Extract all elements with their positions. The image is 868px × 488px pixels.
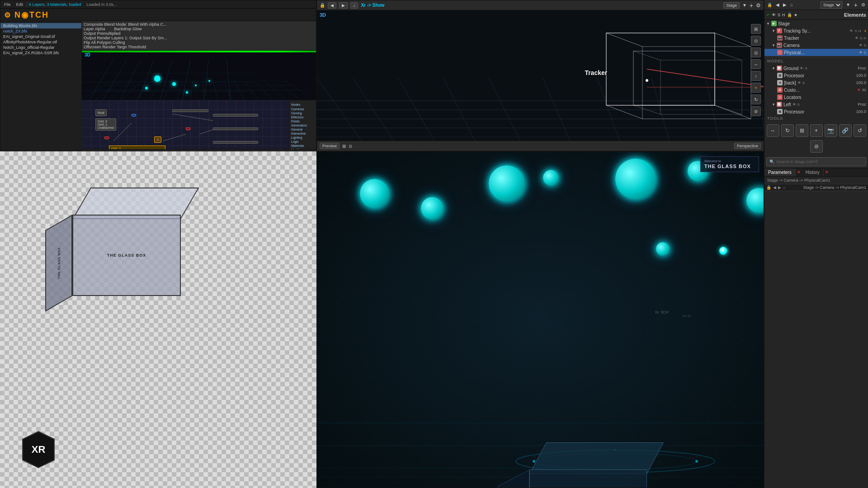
file-item[interactable]: AffinityPhotoMove-Regular.otf bbox=[0, 39, 81, 45]
menu-edit[interactable]: Edit bbox=[14, 2, 25, 7]
tree-processor[interactable]: ▣ Processor 100.0 bbox=[764, 72, 868, 79]
node-modifiers[interactable]: Modifiers bbox=[290, 148, 315, 150]
settings-icon[interactable]: ⚙ bbox=[756, 2, 761, 9]
nav-home-2[interactable]: ⌂ bbox=[783, 185, 785, 190]
eye-back[interactable]: 👁 bbox=[797, 81, 801, 85]
tree-left-processor[interactable]: ▣ Processor 100.0 bbox=[764, 108, 868, 115]
eye-ground[interactable]: 👁 bbox=[800, 66, 803, 70]
nav-home[interactable]: ⌂ bbox=[790, 2, 793, 7]
node-materials[interactable]: Materials bbox=[290, 144, 315, 148]
close-history[interactable]: ✕ bbox=[824, 169, 830, 176]
tool-filter[interactable]: ⊘ bbox=[810, 140, 823, 153]
tree-tracking[interactable]: ▼ 🎯 Tracking Sy... 👁 S H 4 bbox=[764, 27, 868, 34]
tool-link[interactable]: 🔗 bbox=[839, 124, 852, 137]
node-generators[interactable]: Generators bbox=[290, 123, 315, 127]
node-box-blue[interactable] bbox=[132, 114, 136, 117]
svg-line-6 bbox=[204, 60, 208, 100]
node-box-gray-2[interactable] bbox=[213, 127, 258, 130]
add-element-btn[interactable]: + bbox=[854, 1, 858, 9]
nav-back[interactable]: ◀ bbox=[776, 2, 779, 7]
file-item[interactable]: EAI_signet_Original-Small.tif bbox=[0, 34, 81, 39]
tool-btn-4[interactable]: ↔ bbox=[751, 59, 761, 69]
add-icon[interactable]: + bbox=[750, 2, 753, 9]
notch-timestamp: N4-3K bbox=[682, 314, 691, 318]
node-box-red[interactable] bbox=[104, 136, 109, 139]
tree-back[interactable]: ◈ [back] 👁 S 100.0 bbox=[764, 79, 868, 86]
node-box[interactable]: Nod bbox=[95, 109, 107, 116]
xr-text: XR bbox=[32, 444, 46, 455]
eye-tracker[interactable]: 👁 bbox=[855, 36, 859, 40]
toolbar-back-btn[interactable]: ◀ bbox=[328, 2, 336, 9]
tool-btn-1[interactable]: ⊞ bbox=[751, 24, 761, 34]
eye-all[interactable]: 👁 bbox=[772, 13, 776, 17]
tree-left[interactable]: ▼ ⬜ Left 👁 S Proc bbox=[764, 101, 868, 108]
tree-physical[interactable]: ⬡ Physical... 👁 S bbox=[764, 49, 868, 56]
node-effectors[interactable]: Effectors bbox=[290, 115, 315, 119]
tab-parameters[interactable]: Parameters bbox=[764, 169, 796, 176]
node-box[interactable]: Grid: 3Grid: 1Unattached bbox=[95, 118, 116, 131]
node-box-gray-3[interactable] bbox=[213, 141, 258, 144]
node-fields[interactable]: Fields bbox=[290, 119, 315, 123]
nav-back-2[interactable]: ◀ bbox=[773, 185, 776, 190]
node-tooltip: Grid: 3Bounded_BoxDev: Probe, LightingAf… bbox=[109, 145, 165, 150]
node-cameras[interactable]: Cameras bbox=[290, 107, 315, 111]
tree-locators[interactable]: ◎ Locators bbox=[764, 94, 868, 101]
tree-custom[interactable]: ⊠ Custo... ✕ Xr bbox=[764, 86, 868, 94]
settings-btn[interactable]: ⚙ bbox=[861, 2, 865, 7]
stage-dropdown[interactable]: Stage bbox=[723, 2, 740, 9]
perspective-btn[interactable]: Perspective bbox=[734, 143, 761, 149]
tool-btn-3[interactable]: ◎ bbox=[751, 47, 761, 57]
file-item[interactable]: Notch_Logo_official-Regular bbox=[0, 45, 81, 50]
file-item[interactable]: EAI_signal_ZX.RGBA-SSR.bfx bbox=[0, 50, 81, 56]
eye-physical[interactable]: 👁 bbox=[859, 51, 863, 55]
node-interactive[interactable]: Interactive bbox=[290, 131, 315, 136]
tool-refresh[interactable]: ↺ bbox=[854, 124, 866, 137]
tool-btn-2[interactable]: ⊙ bbox=[751, 36, 761, 46]
file-item[interactable]: notch_ZX.bfx bbox=[0, 28, 81, 34]
close-custom[interactable]: ✕ bbox=[857, 88, 861, 92]
nav-fwd-2[interactable]: ▶ bbox=[778, 185, 781, 190]
nav-forward[interactable]: ▶ bbox=[783, 2, 787, 7]
viewport-3d-main[interactable]: 3D bbox=[317, 10, 764, 141]
tool-btn-7[interactable]: ⊘ bbox=[751, 106, 761, 116]
file-item[interactable]: Building Blocks.bfx bbox=[0, 23, 81, 28]
tool-add[interactable]: + bbox=[810, 124, 823, 137]
star-all[interactable]: ★ bbox=[794, 13, 797, 17]
search-bar[interactable]: 🔍 Search in Stage (ctrl+f) bbox=[766, 157, 866, 166]
tool-btn-6[interactable]: ↻ bbox=[751, 94, 761, 104]
node-graph-panel[interactable]: Nod Grid: 3Grid: 1Unattached ⚠ Grid: 3Bo… bbox=[82, 100, 316, 150]
tool-btn-add[interactable]: + bbox=[751, 83, 761, 93]
node-box-wide[interactable] bbox=[172, 109, 208, 112]
s-ground: S bbox=[805, 66, 807, 70]
tool-camera[interactable]: 📷 bbox=[825, 124, 837, 137]
stage-expand[interactable]: ▼ bbox=[846, 2, 850, 7]
tool-scale[interactable]: ⊞ bbox=[796, 124, 808, 137]
tree-ground[interactable]: ▼ ⬜ Ground 👁 S Proc bbox=[764, 65, 868, 72]
left-processor-value: 100.0 bbox=[856, 109, 866, 114]
preview-btn[interactable]: Preview bbox=[320, 143, 340, 149]
tab-history[interactable]: History bbox=[802, 169, 824, 176]
toolbar-forward-btn[interactable]: ▶ bbox=[339, 2, 348, 9]
tree-stage[interactable]: ▼ ▶ Stage bbox=[764, 20, 868, 27]
node-box-gray[interactable] bbox=[213, 114, 258, 117]
camera-label: Camera bbox=[783, 43, 800, 48]
lock-all[interactable]: 🔒 bbox=[787, 13, 792, 17]
node-box-red-2[interactable] bbox=[186, 127, 190, 130]
toolbar-home-btn[interactable]: ⌂ bbox=[350, 2, 358, 9]
tree-camera[interactable]: ▼ 📷 Camera 👁 S bbox=[764, 42, 868, 49]
close-params[interactable]: ✕ bbox=[796, 169, 802, 176]
tool-move[interactable]: ↔ bbox=[767, 124, 779, 137]
tool-btn-5[interactable]: ↕ bbox=[751, 71, 761, 81]
tree-tracker[interactable]: 📷 Tracker 👁 S H bbox=[764, 34, 868, 42]
menu-file[interactable]: File bbox=[2, 2, 13, 7]
node-lighting[interactable]: Lighting bbox=[290, 136, 315, 140]
tool-rotate[interactable]: ↻ bbox=[781, 124, 794, 137]
eye-camera[interactable]: 👁 bbox=[859, 43, 863, 47]
node-logic[interactable]: Logic bbox=[290, 140, 315, 144]
node-box-orange[interactable]: ⚠ bbox=[154, 136, 161, 143]
eye-left[interactable]: 👁 bbox=[793, 103, 796, 107]
node-general[interactable]: General bbox=[290, 127, 315, 131]
node-cloning[interactable]: Cloning bbox=[290, 111, 315, 115]
eye-tracking[interactable]: 👁 bbox=[849, 29, 853, 33]
stage-select[interactable]: Stage bbox=[821, 1, 842, 9]
